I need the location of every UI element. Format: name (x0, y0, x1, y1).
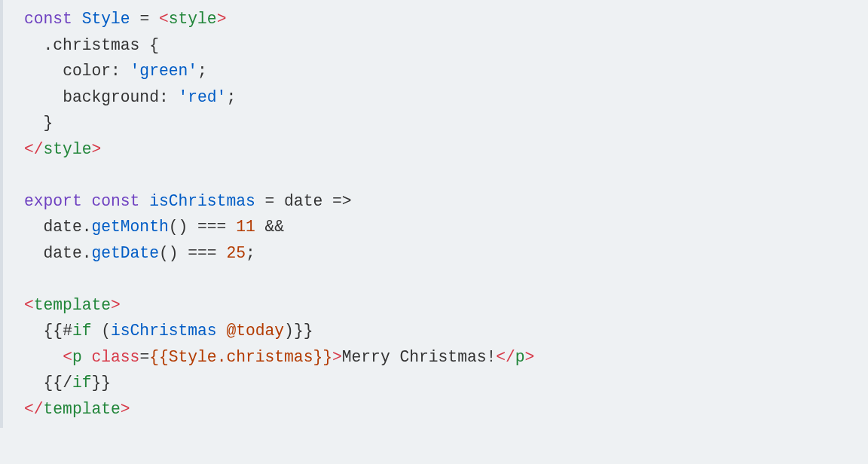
at-sign: @ (226, 322, 236, 340)
css-value: 'green' (130, 62, 197, 80)
tag-p: p (72, 348, 82, 366)
tag-template-close: template (44, 400, 121, 418)
tag-open-bracket: </ (24, 140, 44, 158)
attr-class: class (91, 348, 139, 366)
tag-style-close: style (44, 140, 92, 158)
mustache-open: {{ (44, 374, 63, 392)
css-selector: .christmas (44, 36, 140, 54)
code-line-1: const Style = <style> (24, 10, 226, 28)
code-line-3: color: 'green'; (24, 62, 207, 80)
mustache-close: }} (91, 374, 111, 392)
tag-close-bracket: > (111, 296, 121, 314)
css-property: background (63, 88, 159, 106)
number-literal: 11 (236, 218, 255, 236)
keyword-const: const (24, 10, 72, 28)
tag-style: style (169, 10, 217, 28)
text-merry-christmas: Merry Christmas! (342, 348, 496, 366)
mustache-close: }} (313, 348, 332, 366)
code-line-4: background: 'red'; (24, 88, 236, 106)
tag-template: template (34, 296, 111, 314)
tag-close-bracket: > (525, 348, 535, 366)
tag-open-bracket: < (63, 348, 72, 366)
keyword-export: export (24, 192, 82, 210)
tag-p-close: p (515, 348, 525, 366)
code-line-5: } (24, 114, 53, 132)
mustache-open: {{ (44, 322, 63, 340)
code-line-6: </style> (24, 140, 101, 158)
keyword-const: const (91, 192, 139, 210)
identifier-ischristmas: isChristmas (149, 192, 255, 210)
method-getdate: getDate (91, 244, 158, 262)
tag-close-bracket: > (217, 10, 227, 28)
tag-open-bracket: < (159, 10, 169, 28)
code-line-13: {{/if}} (24, 374, 111, 392)
scope-style: Style (169, 348, 217, 366)
handlebars-if: if (72, 322, 92, 340)
handlebars-if-close: if (72, 374, 92, 392)
code-line-11: {{#if (isChristmas @today)}} (24, 322, 313, 340)
code-line-2: .christmas { (24, 36, 159, 54)
method-getmonth: getMonth (91, 218, 168, 236)
code-line-9: date.getDate() === 25; (24, 244, 255, 262)
code-block: const Style = <style> .christmas { color… (0, 0, 868, 428)
css-value: 'red' (179, 88, 227, 106)
arrow: => (332, 192, 352, 210)
helper-ischristmas: isChristmas (111, 322, 217, 340)
code-line-14: </template> (24, 400, 130, 418)
mustache-open: {{ (149, 348, 169, 366)
tag-open-bracket: </ (496, 348, 515, 366)
tag-close-bracket: > (121, 400, 130, 418)
code-content: const Style = <style> .christmas { color… (3, 0, 868, 428)
object-date: date (44, 244, 82, 262)
object-date: date (44, 218, 82, 236)
tag-close-bracket: > (91, 140, 101, 158)
param-date: date (284, 192, 322, 210)
tag-open-bracket: < (24, 296, 34, 314)
code-line-8: date.getMonth() === 11 && (24, 218, 284, 236)
identifier-style: Style (82, 10, 130, 28)
code-line-10: <template> (24, 296, 121, 314)
code-line-12: <p class={{Style.christmas}}>Merry Chris… (24, 348, 534, 366)
prop-christmas: christmas (226, 348, 313, 366)
mustache-close: }} (294, 322, 313, 340)
number-literal: 25 (226, 244, 246, 262)
at-today: today (236, 322, 284, 340)
css-property: color (63, 62, 111, 80)
tag-close-bracket: > (332, 348, 342, 366)
tag-open-bracket: </ (24, 400, 44, 418)
code-line-7: export const isChristmas = date => (24, 192, 352, 210)
